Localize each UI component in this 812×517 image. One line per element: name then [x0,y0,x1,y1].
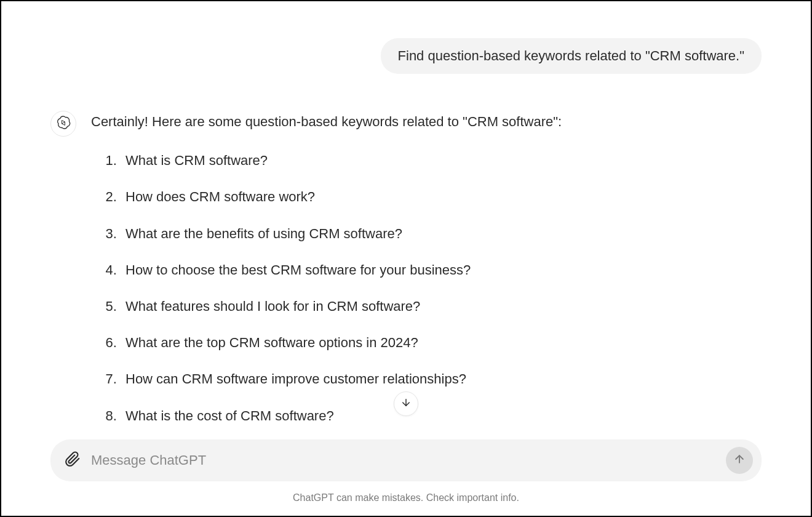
input-area [1,439,811,492]
list-item: What is the cost of CRM software? [121,405,762,427]
keyword-list: What is CRM software? How does CRM softw… [91,150,762,427]
arrow-up-icon [733,453,746,468]
assistant-avatar [50,111,76,137]
scroll-down-button[interactable] [394,391,418,416]
list-item: How can CRM software improve customer re… [121,368,762,390]
input-box [50,439,762,481]
list-item: What are the top CRM software options in… [121,332,762,353]
attach-button[interactable] [64,452,81,469]
send-button[interactable] [726,447,753,474]
list-item: What features should I look for in CRM s… [121,295,762,317]
assistant-message-row: Certainly! Here are some question-based … [50,111,762,439]
assistant-content: Certainly! Here are some question-based … [91,111,762,439]
list-item: How to choose the best CRM software for … [121,259,762,281]
assistant-intro-text: Certainly! Here are some question-based … [91,111,762,132]
messages-area: Find question-based keywords related to … [1,1,811,439]
openai-logo-icon [56,115,71,132]
arrow-down-icon [400,397,412,411]
chat-container: Find question-based keywords related to … [1,1,811,516]
list-item: What are the benefits of using CRM softw… [121,223,762,244]
disclaimer-text: ChatGPT can make mistakes. Check importa… [1,492,811,516]
list-item: What is CRM software? [121,150,762,171]
paperclip-icon [65,451,81,470]
user-message-row: Find question-based keywords related to … [50,38,762,74]
user-message: Find question-based keywords related to … [381,38,762,74]
message-input[interactable] [91,452,716,468]
list-item: How does CRM software work? [121,186,762,207]
